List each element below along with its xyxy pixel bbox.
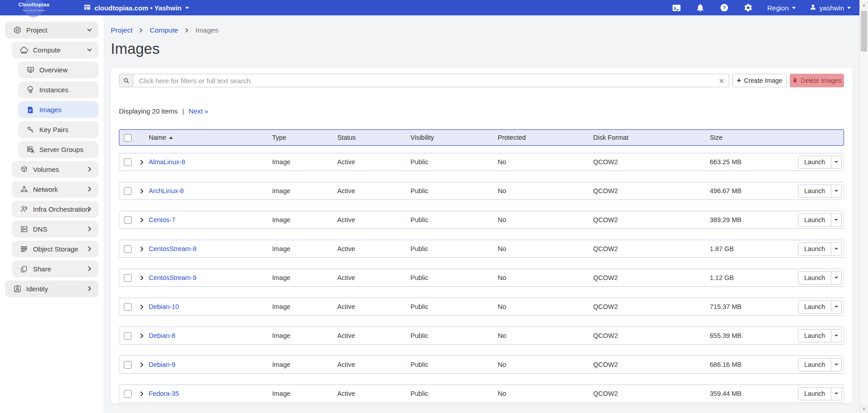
sidebar-item-dns[interactable]: DNS (12, 221, 99, 237)
sidebar-item-label: Network (33, 185, 58, 193)
sidebar-item-project[interactable]: Project (5, 22, 99, 38)
sidebar-item-server-groups[interactable]: Server Groups (18, 141, 99, 158)
create-image-button[interactable]: + Create Image (732, 74, 787, 87)
launch-dropdown-toggle[interactable] (831, 387, 842, 400)
launch-button[interactable]: Launch (798, 156, 831, 169)
breadcrumb-link[interactable]: Project (111, 26, 132, 34)
row-expander-icon[interactable] (136, 391, 147, 397)
pagination-next-link[interactable]: Next » (189, 107, 208, 115)
scroll-up-arrow[interactable]: ▲ (860, 1, 868, 9)
sidebar-item-volumes[interactable]: Volumes (12, 161, 99, 178)
scroll-down-arrow[interactable]: ▼ (860, 405, 868, 413)
image-name-link[interactable]: ArchLinux-8 (147, 187, 272, 195)
sidebar-item-overview[interactable]: Overview (18, 62, 99, 78)
row-checkbox[interactable] (124, 158, 132, 166)
column-header-name[interactable]: Name (147, 134, 272, 141)
row-checkbox[interactable] (124, 361, 132, 369)
launch-button[interactable]: Launch (798, 300, 831, 313)
sidebar-item-network[interactable]: Network (12, 181, 99, 198)
sidebar-item-label: Images (39, 106, 61, 114)
row-checkbox[interactable] (124, 274, 132, 282)
row-expander-icon[interactable] (136, 246, 147, 252)
launch-dropdown-toggle[interactable] (831, 214, 842, 227)
row-checkbox[interactable] (124, 187, 132, 195)
launch-dropdown-toggle[interactable] (831, 329, 842, 342)
sidebar-item-key-pairs[interactable]: Key Pairs (18, 121, 99, 138)
image-name-link[interactable]: AlmaLinux-8 (147, 158, 272, 166)
sidebar-item-object-storage[interactable]: Object Storage (12, 241, 99, 257)
launch-dropdown-toggle[interactable] (831, 271, 842, 285)
launch-button[interactable]: Launch (798, 214, 831, 227)
column-header-protected[interactable]: Protected (498, 134, 593, 141)
launch-button[interactable]: Launch (798, 387, 831, 400)
launch-button[interactable]: Launch (798, 358, 831, 371)
row-checkbox[interactable] (124, 216, 132, 224)
launch-dropdown-toggle[interactable] (831, 156, 842, 169)
page-scrollbar[interactable]: ▲ ▼ (859, 0, 868, 413)
image-name-link[interactable]: Debian-8 (147, 332, 272, 339)
sidebar-item-compute[interactable]: Compute (12, 42, 99, 58)
breadcrumb-link[interactable]: Compute (150, 26, 178, 34)
row-checkbox[interactable] (124, 245, 132, 253)
image-name-link[interactable]: Debian-10 (147, 303, 272, 310)
cell-status: Active (337, 187, 410, 195)
sidebar-item-label: Instances (39, 86, 68, 94)
overview-icon (26, 66, 35, 75)
cell-disk-format: QCOW2 (593, 332, 710, 339)
launch-button[interactable]: Launch (798, 329, 831, 342)
row-checkbox[interactable] (124, 390, 132, 398)
image-name-link[interactable]: Fedora-35 (147, 390, 272, 397)
row-expander-icon[interactable] (136, 217, 147, 223)
launch-dropdown-toggle[interactable] (831, 242, 842, 256)
identity-icon (13, 285, 22, 294)
sidebar-item-identity[interactable]: Identity (5, 280, 99, 297)
user-dropdown[interactable]: yashwin (810, 4, 851, 12)
help-icon[interactable]: ? (719, 3, 729, 13)
sidebar-item-share[interactable]: Share (12, 261, 99, 277)
image-name-link[interactable]: CentosStream-8 (147, 245, 272, 252)
row-expander-icon[interactable] (136, 159, 147, 165)
select-all-checkbox[interactable] (124, 134, 132, 142)
row-expander-icon[interactable] (136, 333, 147, 339)
region-dropdown[interactable]: Region (767, 4, 796, 12)
launch-dropdown-toggle[interactable] (831, 300, 842, 313)
search-icon[interactable] (119, 74, 133, 87)
delete-images-button[interactable]: Delete Images (790, 74, 844, 87)
launch-button[interactable]: Launch (798, 185, 831, 198)
notifications-icon[interactable] (695, 3, 705, 13)
image-name-link[interactable]: Centos-7 (147, 216, 272, 223)
column-header-visibility[interactable]: Visibility (410, 134, 498, 141)
table-row: Centos-7 Image Active Public No QCOW2 38… (119, 211, 844, 229)
row-checkbox[interactable] (124, 303, 132, 311)
cell-type: Image (272, 361, 337, 368)
sidebar-item-instances[interactable]: Instances (18, 81, 99, 98)
launch-dropdown-toggle[interactable] (831, 185, 842, 198)
row-expander-icon[interactable] (136, 304, 147, 310)
project-context-dropdown[interactable]: cloudtopiaa.com • Yashwin (84, 4, 189, 12)
launch-button[interactable]: Launch (798, 271, 831, 285)
clear-search-icon[interactable] (718, 77, 725, 84)
breadcrumb: Project Compute Images (111, 26, 859, 34)
column-header-disk-format[interactable]: Disk Format (593, 134, 710, 141)
image-name-link[interactable]: CentosStream-9 (147, 274, 272, 281)
image-name-link[interactable]: Debian-9 (147, 361, 272, 368)
column-header-status[interactable]: Status (337, 134, 410, 141)
column-header-size[interactable]: Size (710, 134, 795, 141)
cell-disk-format: QCOW2 (593, 216, 710, 223)
column-header-type[interactable]: Type (272, 134, 337, 141)
sidebar-item-infra-orchestration[interactable]: Infra Orchestration (12, 201, 99, 218)
sidebar-item-images[interactable]: Images (18, 101, 99, 118)
row-checkbox[interactable] (124, 332, 132, 340)
sidebar-item-label: DNS (33, 225, 47, 233)
launch-button[interactable]: Launch (798, 242, 831, 256)
row-expander-icon[interactable] (136, 362, 147, 368)
launch-dropdown-toggle[interactable] (831, 358, 842, 371)
settings-icon[interactable] (743, 3, 753, 13)
scrollbar-thumb[interactable] (861, 11, 867, 52)
search-input[interactable] (133, 74, 729, 87)
row-expander-icon[interactable] (136, 188, 147, 194)
row-expander-icon[interactable] (136, 275, 147, 281)
sort-ascending-icon (169, 137, 173, 139)
brand-name: Cloudtopiaa (14, 0, 54, 9)
console-icon[interactable] (671, 3, 681, 13)
